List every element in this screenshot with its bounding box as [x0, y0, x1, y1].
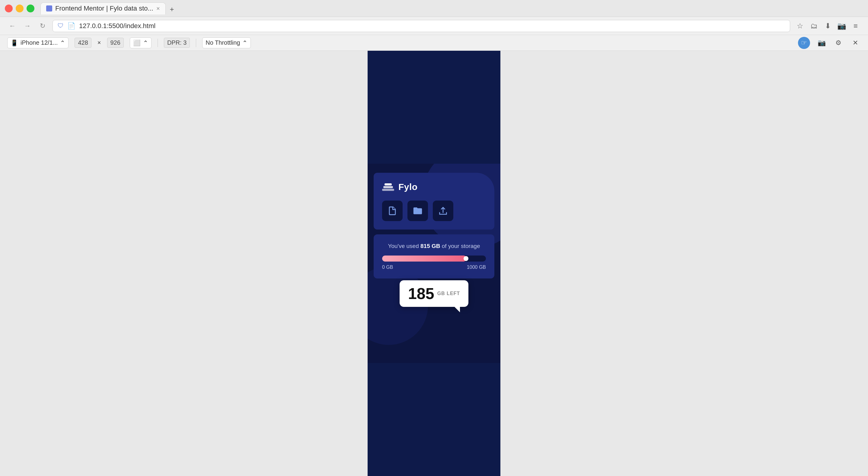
fylo-app: Fylo	[368, 164, 500, 363]
icon-row	[382, 201, 486, 221]
progress-label-end: 1000 GB	[467, 265, 486, 270]
tab-title: Frontend Mentor | Fylo data sto...	[55, 4, 153, 12]
viewport-width[interactable]: 428	[74, 38, 91, 48]
throttling-chevron-icon: ⌃	[242, 39, 247, 47]
page-icon: 📄	[67, 22, 75, 30]
viewport-height[interactable]: 926	[107, 38, 124, 48]
logo-text: Fylo	[398, 182, 418, 192]
progress-bar-fill	[382, 256, 467, 262]
storage-used: 815 GB	[421, 243, 440, 249]
close-window-button[interactable]	[5, 4, 13, 12]
new-tab-button[interactable]: +	[167, 4, 177, 14]
throttling-selector[interactable]: No Throttling ⌃	[202, 37, 251, 48]
phone-viewport: Fylo	[368, 51, 500, 476]
bubble-label: GB LEFT	[437, 291, 460, 296]
bubble-number: 185	[408, 286, 434, 301]
toolbar-divider-2	[196, 39, 196, 47]
bookmark-button[interactable]: ☆	[795, 21, 805, 31]
folder-icon-button[interactable]	[407, 201, 428, 221]
throttling-label: No Throttling	[206, 39, 240, 46]
svg-rect-0	[382, 189, 394, 191]
content-area: Fylo	[0, 51, 868, 476]
storage-text: You've used 815 GB of your storage	[382, 243, 486, 249]
nav-right-actions: ☆ 🗂 ⬇ 📷 ≡	[795, 21, 861, 31]
traffic-lights	[5, 4, 34, 12]
tab-favicon-icon	[46, 5, 52, 11]
progress-bar-container	[382, 256, 486, 262]
bubble-tail	[454, 306, 460, 312]
svg-rect-1	[383, 186, 393, 188]
lower-card: You've used 815 GB of your storage 0 GB …	[374, 234, 494, 278]
folder-icon	[412, 206, 423, 216]
browser-tab[interactable]: Frontend Mentor | Fylo data sto... ×	[40, 2, 166, 14]
progress-labels: 0 GB 1000 GB	[382, 265, 486, 270]
settings-devtools-button[interactable]: ⚙	[833, 37, 844, 48]
browser-window: Frontend Mentor | Fylo data sto... × + ←…	[0, 0, 868, 476]
security-shield-icon: 🛡	[58, 22, 64, 29]
touch-hand-icon: ☞	[801, 39, 807, 47]
rotate-chevron-icon: ⌃	[143, 39, 148, 47]
rotate-button[interactable]: ⬜ ⌃	[130, 37, 152, 48]
nav-bar: ← → ↻ 🛡 📄 127.0.0.1:5500/index.html ☆ 🗂 …	[0, 17, 868, 35]
dpr-label[interactable]: DPR: 3	[164, 38, 190, 48]
downloads-button[interactable]: ⬇	[823, 21, 833, 31]
device-label: iPhone 12/1...	[21, 39, 58, 46]
screenshot-button[interactable]: 📷	[837, 21, 847, 31]
document-icon-button[interactable]	[382, 201, 403, 221]
document-icon	[387, 206, 398, 216]
forward-button[interactable]: →	[22, 21, 33, 31]
url-text: 127.0.0.1:5500/index.html	[79, 22, 155, 30]
progress-label-start: 0 GB	[382, 265, 393, 270]
fylo-logo-icon	[382, 182, 394, 192]
viewport-separator: ×	[97, 39, 101, 46]
rotate-icon: ⬜	[133, 39, 141, 47]
device-icon: 📱	[10, 39, 18, 47]
logo-area: Fylo	[382, 182, 486, 192]
title-bar: Frontend Mentor | Fylo data sto... × +	[0, 0, 868, 17]
device-chevron-icon: ⌃	[60, 39, 65, 47]
upload-icon-button[interactable]	[433, 201, 453, 221]
storage-text-prefix: You've used	[388, 243, 421, 249]
pocket-button[interactable]: 🗂	[809, 21, 819, 31]
upload-icon	[438, 206, 448, 216]
reload-button[interactable]: ↻	[37, 21, 48, 31]
svg-rect-2	[384, 183, 392, 185]
progress-dot	[464, 256, 468, 261]
touch-toggle-button[interactable]: ☞	[798, 37, 810, 49]
screenshot-devtools-button[interactable]: 📷	[816, 37, 827, 48]
address-bar[interactable]: 🛡 📄 127.0.0.1:5500/index.html	[53, 20, 790, 32]
maximize-window-button[interactable]	[27, 4, 34, 12]
minimize-window-button[interactable]	[16, 4, 24, 12]
menu-button[interactable]: ≡	[850, 21, 861, 31]
upper-card: Fylo	[374, 173, 494, 230]
back-button[interactable]: ←	[7, 21, 18, 31]
devtools-toolbar: 📱 iPhone 12/1... ⌃ 428 × 926 ⬜ ⌃ DPR: 3 …	[0, 35, 868, 51]
device-selector[interactable]: 📱 iPhone 12/1... ⌃	[7, 37, 68, 48]
tab-bar: Frontend Mentor | Fylo data sto... × +	[38, 2, 863, 14]
tab-close-button[interactable]: ×	[156, 5, 160, 12]
close-devtools-button[interactable]: ✕	[850, 37, 861, 48]
storage-bubble: 185 GB LEFT	[400, 280, 468, 307]
storage-text-suffix: of your storage	[440, 243, 480, 249]
